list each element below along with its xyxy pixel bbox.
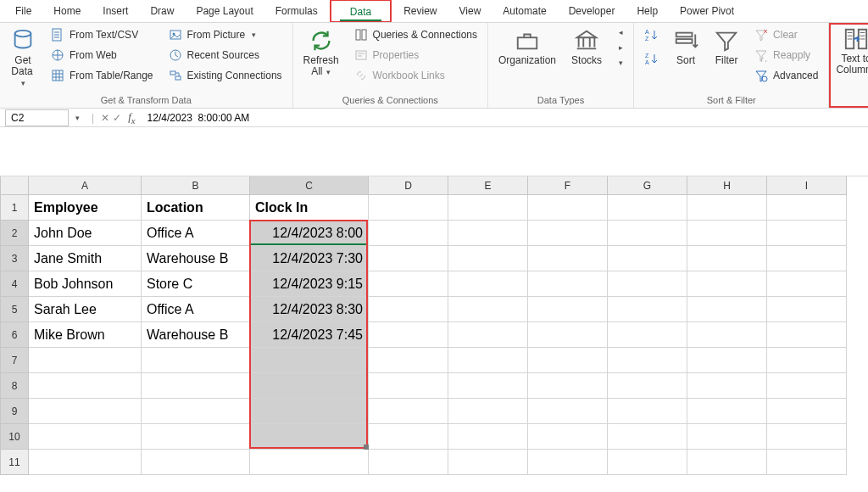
cell-E4[interactable] — [448, 271, 528, 297]
col-header-C[interactable]: C — [250, 176, 369, 195]
cell-B5[interactable]: Office A — [142, 297, 250, 322]
col-header-I[interactable]: I — [767, 176, 847, 195]
cell-H8[interactable] — [687, 373, 767, 399]
datatype-more-button[interactable]: ▾ — [614, 57, 626, 69]
cell-I9[interactable] — [767, 399, 847, 424]
cell-A4[interactable]: Bob Johnson — [29, 271, 142, 297]
cell-F7[interactable] — [528, 348, 608, 373]
menu-formulas[interactable]: Formulas — [265, 2, 328, 20]
cell-B10[interactable] — [142, 424, 250, 450]
cell-C6[interactable]: 12/4/2023 7:45 — [250, 322, 369, 348]
cell-I5[interactable] — [767, 297, 847, 322]
cell-D10[interactable] — [369, 424, 448, 450]
col-header-B[interactable]: B — [142, 176, 250, 195]
cell-H4[interactable] — [687, 271, 767, 297]
menu-file[interactable]: File — [5, 2, 42, 20]
cell-B3[interactable]: Warehouse B — [142, 246, 250, 271]
cell-A3[interactable]: Jane Smith — [29, 246, 142, 271]
row-header-8[interactable]: 8 — [0, 373, 29, 399]
cell-G11[interactable] — [608, 450, 687, 475]
cell-B11[interactable] — [142, 450, 250, 475]
cell-E8[interactable] — [448, 373, 528, 399]
cell-H2[interactable] — [687, 221, 767, 246]
cell-G6[interactable] — [608, 322, 687, 348]
confirm-formula-button[interactable]: ✓ — [111, 112, 123, 124]
cell-A11[interactable] — [29, 450, 142, 475]
cell-E6[interactable] — [448, 322, 528, 348]
cell-F5[interactable] — [528, 297, 608, 322]
row-header-9[interactable]: 9 — [0, 399, 29, 424]
cell-C2[interactable]: 12/4/2023 8:00 — [250, 221, 369, 246]
menu-home[interactable]: Home — [43, 2, 91, 20]
organization-button[interactable]: Organization — [495, 26, 559, 68]
cell-G10[interactable] — [608, 424, 687, 450]
cell-H9[interactable] — [687, 399, 767, 424]
cell-B6[interactable]: Warehouse B — [142, 322, 250, 348]
cell-G4[interactable] — [608, 271, 687, 297]
menu-page-layout[interactable]: Page Layout — [186, 2, 263, 20]
cell-C5[interactable]: 12/4/2023 8:30 — [250, 297, 369, 322]
cell-E2[interactable] — [448, 221, 528, 246]
cell-G5[interactable] — [608, 297, 687, 322]
cell-I8[interactable] — [767, 373, 847, 399]
row-header-11[interactable]: 11 — [0, 450, 29, 475]
cell-B2[interactable]: Office A — [142, 221, 250, 246]
cell-G1[interactable] — [608, 195, 687, 221]
cell-G8[interactable] — [608, 373, 687, 399]
cell-D2[interactable] — [369, 221, 448, 246]
row-header-1[interactable]: 1 — [0, 195, 29, 221]
cell-G3[interactable] — [608, 246, 687, 271]
cell-E1[interactable] — [448, 195, 528, 221]
cell-D4[interactable] — [369, 271, 448, 297]
row-header-4[interactable]: 4 — [0, 271, 29, 297]
fx-icon[interactable]: fx — [128, 110, 135, 126]
cell-I1[interactable] — [767, 195, 847, 221]
menu-review[interactable]: Review — [393, 2, 447, 20]
refresh-all-button[interactable]: Refresh All ▾ — [300, 26, 342, 79]
cell-E7[interactable] — [448, 348, 528, 373]
cell-E3[interactable] — [448, 246, 528, 271]
cell-G9[interactable] — [608, 399, 687, 424]
cell-D7[interactable] — [369, 348, 448, 373]
cell-A1[interactable]: Employee — [29, 195, 142, 221]
cell-C10[interactable] — [250, 424, 369, 450]
cell-A9[interactable] — [29, 399, 142, 424]
col-header-A[interactable]: A — [29, 176, 142, 195]
cell-A5[interactable]: Sarah Lee — [29, 297, 142, 322]
cell-C9[interactable] — [250, 399, 369, 424]
cell-I11[interactable] — [767, 450, 847, 475]
queries-connections-button[interactable]: Queries & Connections — [351, 26, 481, 43]
cell-H11[interactable] — [687, 450, 767, 475]
cell-A2[interactable]: John Doe — [29, 221, 142, 246]
cell-F3[interactable] — [528, 246, 608, 271]
cell-H3[interactable] — [687, 246, 767, 271]
cell-C4[interactable]: 12/4/2023 9:15 — [250, 271, 369, 297]
menu-power-pivot[interactable]: Power Pivot — [670, 2, 744, 20]
from-table-range-button[interactable]: From Table/Range — [47, 67, 157, 84]
cell-A7[interactable] — [29, 348, 142, 373]
row-header-7[interactable]: 7 — [0, 348, 29, 373]
cell-D3[interactable] — [369, 246, 448, 271]
from-picture-button[interactable]: From Picture ▾ — [165, 26, 286, 43]
cell-F4[interactable] — [528, 271, 608, 297]
recent-sources-button[interactable]: Recent Sources — [165, 47, 286, 64]
cell-A6[interactable]: Mike Brown — [29, 322, 142, 348]
menu-help[interactable]: Help — [626, 2, 668, 20]
cell-C3[interactable]: 12/4/2023 7:30 — [250, 246, 369, 271]
text-to-columns-button[interactable]: Text to Columns — [832, 25, 868, 77]
filter-button[interactable]: Filter — [710, 26, 743, 68]
cell-F10[interactable] — [528, 424, 608, 450]
cell-B7[interactable] — [142, 348, 250, 373]
sort-button[interactable]: Sort — [670, 26, 702, 68]
cell-B4[interactable]: Store C — [142, 271, 250, 297]
menu-developer[interactable]: Developer — [559, 2, 626, 20]
col-header-F[interactable]: F — [528, 176, 608, 195]
cell-F9[interactable] — [528, 399, 608, 424]
cell-H10[interactable] — [687, 424, 767, 450]
menu-view[interactable]: View — [449, 2, 492, 20]
cell-D11[interactable] — [369, 450, 448, 475]
menu-draw[interactable]: Draw — [140, 2, 184, 20]
select-all-corner[interactable] — [0, 176, 29, 195]
cell-F6[interactable] — [528, 322, 608, 348]
name-box[interactable] — [5, 109, 69, 126]
